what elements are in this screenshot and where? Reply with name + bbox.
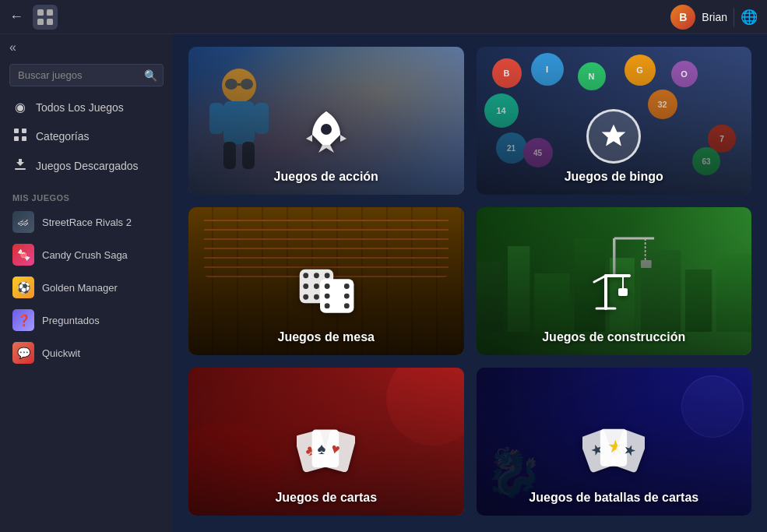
card-title-batallas: Juegos de batallas de cartas: [529, 491, 698, 505]
sidebar-item-label: Todos Los Juegos: [36, 101, 124, 114]
cards-icon: ♣ ♠ ♥: [297, 425, 355, 484]
svg-point-19: [321, 124, 332, 135]
sidebar-item-all-games[interactable]: ◉ Todos Los Juegos: [0, 93, 173, 122]
card-cartas[interactable]: ♣ ♠ ♥ Juegos de cartas: [188, 368, 464, 516]
card-title-construccion: Juegos de construcción: [542, 330, 685, 344]
back-button[interactable]: ←: [9, 9, 23, 25]
svg-point-29: [314, 294, 319, 300]
sidebar-item-downloaded[interactable]: Juegos Descargados: [0, 151, 173, 181]
svg-point-32: [324, 284, 329, 289]
svg-marker-9: [16, 159, 24, 166]
rocket-icon: [303, 107, 350, 164]
game-item-preguntados[interactable]: ❓ Preguntados: [0, 304, 173, 336]
game-thumb-quickwit: 💬: [12, 342, 34, 364]
my-games-section-label: MIS JUEGOS: [0, 187, 173, 206]
svg-rect-4: [14, 129, 19, 133]
game-item-golden[interactable]: ⚽ Golden Manager: [0, 271, 173, 304]
svg-point-34: [324, 294, 329, 299]
card-overlay: Juegos de bingo: [477, 47, 752, 195]
main-layout: « 🔍 ◉ Todos Los Juegos Categoría: [0, 34, 767, 532]
svg-point-24: [324, 273, 329, 278]
game-thumb-golden: ⚽: [12, 277, 34, 298]
svg-rect-3: [47, 19, 53, 25]
svg-rect-2: [37, 19, 44, 25]
game-thumb-streetrace: 🏎: [12, 211, 34, 233]
avatar: B: [670, 5, 695, 30]
game-item-streetrace[interactable]: 🏎 StreetRace Rivals 2: [0, 206, 173, 238]
card-accion[interactable]: Juegos de acción: [188, 47, 464, 195]
content-area: Juegos de acción B I N G O 14 32 7: [173, 34, 767, 532]
card-overlay: ♣ ♠ ♥ Juegos de cartas: [188, 368, 464, 516]
svg-point-36: [324, 303, 329, 308]
game-item-quickwit[interactable]: 💬 Quickwit: [0, 336, 173, 369]
grid-icon: [12, 129, 28, 144]
svg-line-52: [594, 276, 606, 282]
game-item-candy[interactable]: 🍬 Candy Crush Saga: [0, 238, 173, 271]
svg-rect-0: [37, 9, 44, 16]
search-input[interactable]: [9, 64, 164, 86]
game-thumb-preguntados: ❓: [12, 309, 34, 331]
svg-point-28: [303, 294, 308, 300]
svg-point-35: [344, 294, 350, 299]
target-icon: ◉: [12, 100, 28, 115]
game-label: StreetRace Rivals 2: [42, 217, 132, 228]
svg-rect-7: [22, 136, 26, 141]
svg-rect-6: [14, 136, 19, 141]
svg-point-25: [303, 284, 308, 289]
header-divider: [734, 8, 734, 26]
game-label: Golden Manager: [42, 282, 118, 294]
card-overlay: Juegos de mesa: [188, 207, 464, 355]
game-label: Quickwit: [42, 347, 80, 359]
main-nav: ◉ Todos Los Juegos Categorías: [0, 93, 173, 181]
game-label: Candy Crush Saga: [42, 249, 128, 261]
crane-icon: [590, 268, 637, 324]
card-title-bingo: Juegos de bingo: [565, 170, 663, 184]
card-title-mesa: Juegos de mesa: [278, 330, 375, 344]
card-title-accion: Juegos de acción: [274, 170, 378, 184]
sidebar-collapse-button[interactable]: «: [0, 34, 173, 61]
svg-rect-1: [47, 9, 53, 16]
svg-point-26: [314, 284, 319, 289]
game-thumb-candy: 🍬: [12, 244, 34, 266]
battle-cards-icon: ★ ★ ★: [582, 425, 645, 484]
card-construccion[interactable]: Juegos de construcción: [477, 207, 752, 355]
dice-icon: [295, 264, 357, 324]
star-icon: [586, 109, 641, 164]
svg-rect-54: [618, 288, 628, 296]
svg-point-23: [314, 273, 319, 278]
app-logo: [33, 5, 58, 30]
language-button[interactable]: 🌐: [741, 9, 758, 26]
categories-grid: Juegos de acción B I N G O 14 32 7: [188, 47, 751, 516]
header: ← B Brian 🌐: [0, 0, 767, 34]
search-icon[interactable]: 🔍: [144, 69, 157, 82]
card-title-cartas: Juegos de cartas: [275, 491, 377, 505]
sidebar-item-label: Juegos Descargados: [36, 160, 139, 172]
svg-rect-5: [22, 129, 26, 133]
svg-point-37: [344, 303, 350, 308]
sidebar-item-label: Categorías: [36, 130, 89, 143]
sidebar-item-categories[interactable]: Categorías: [0, 122, 173, 151]
user-menu[interactable]: B Brian: [670, 5, 727, 30]
download-icon: [12, 158, 28, 174]
sidebar: « 🔍 ◉ Todos Los Juegos Categoría: [0, 34, 173, 532]
username: Brian: [702, 11, 727, 23]
svg-point-33: [344, 284, 350, 289]
svg-rect-8: [15, 168, 26, 170]
game-label: Preguntados: [42, 315, 100, 326]
card-mesa[interactable]: Juegos de mesa: [188, 207, 464, 355]
card-overlay: Juegos de acción: [188, 47, 464, 195]
svg-point-22: [303, 273, 308, 278]
card-bingo[interactable]: B I N G O 14 32 7 21 45 63: [477, 47, 752, 195]
card-overlay: ★ ★ ★ Juegos de batallas de cartas: [477, 368, 752, 516]
svg-marker-20: [602, 125, 626, 146]
card-batallas[interactable]: 🐉 ★ ★ ★: [477, 368, 752, 516]
search-container: 🔍: [9, 64, 164, 86]
card-overlay: Juegos de construcción: [477, 207, 752, 355]
